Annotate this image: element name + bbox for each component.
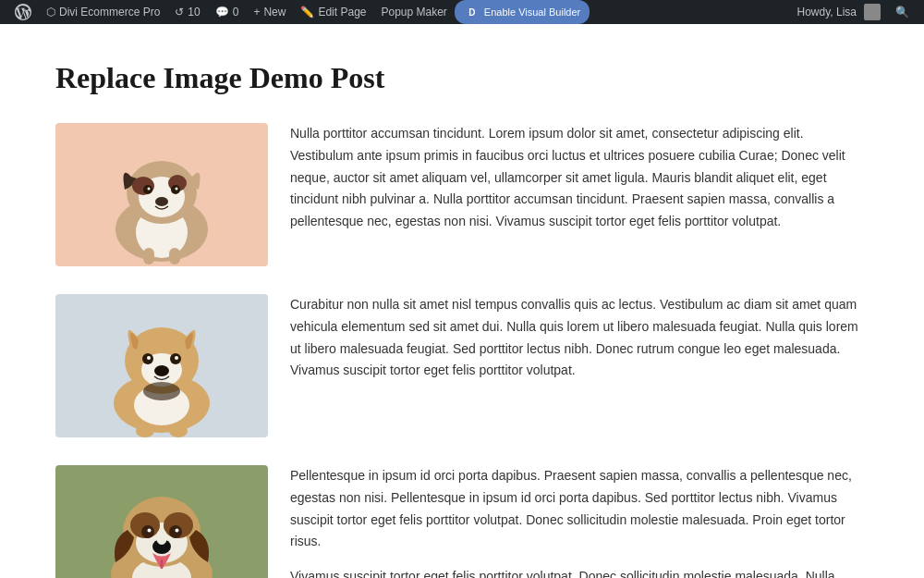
- page-title: Replace Image Demo Post: [55, 61, 869, 95]
- content-text-1: Nulla porttitor accumsan tincidunt. Lore…: [290, 123, 869, 233]
- content-text-2: Curabitur non nulla sit amet nisl tempus…: [290, 294, 869, 382]
- revisions-icon: ↺: [175, 6, 184, 18]
- comment-icon: 💬: [215, 6, 229, 18]
- svg-rect-12: [169, 248, 180, 264]
- adminbar-site-name[interactable]: ⬡ Divi Ecommerce Pro: [39, 0, 167, 24]
- content-block-3: Pellentesque in ipsum id orci porta dapi…: [55, 465, 869, 578]
- post-image-3: [55, 465, 268, 578]
- adminbar-revisions[interactable]: ↺ 10: [167, 0, 207, 24]
- adminbar-right: Howdy, Lisa 🔍: [790, 0, 917, 24]
- svg-point-33: [148, 529, 152, 533]
- adminbar-howdy[interactable]: Howdy, Lisa: [790, 0, 888, 24]
- svg-point-36: [156, 530, 167, 545]
- svg-point-24: [169, 424, 188, 437]
- svg-point-21: [154, 365, 169, 376]
- admin-bar: ⬡ Divi Ecommerce Pro ↺ 10 💬 0 + New ✏️ E…: [0, 0, 924, 24]
- svg-point-20: [175, 356, 178, 360]
- divi-logo-icon: D: [464, 4, 480, 20]
- search-icon: 🔍: [895, 6, 909, 18]
- content-block-2: Curabitur non nulla sit amet nisl tempus…: [55, 294, 869, 437]
- svg-point-31: [141, 525, 154, 538]
- adminbar-new[interactable]: + New: [246, 0, 293, 24]
- adminbar-popup-maker[interactable]: Popup Maker: [373, 0, 454, 24]
- svg-point-9: [176, 188, 178, 191]
- adminbar-search[interactable]: 🔍: [888, 0, 917, 24]
- content-text-3: Pellentesque in ipsum id orci porta dapi…: [290, 465, 869, 578]
- svg-point-8: [148, 188, 151, 191]
- svg-point-19: [147, 356, 151, 360]
- avatar: [864, 4, 881, 20]
- svg-rect-11: [143, 248, 154, 264]
- content-block-1: Nulla porttitor accumsan tincidunt. Lore…: [55, 123, 869, 266]
- adminbar-comments[interactable]: 💬 0: [208, 0, 247, 24]
- post-image-2: [55, 294, 268, 437]
- adminbar-edit-page[interactable]: ✏️ Edit Page: [293, 0, 373, 24]
- svg-point-32: [169, 525, 182, 538]
- svg-point-34: [176, 529, 179, 533]
- adminbar-enable-vb[interactable]: D Enable Visual Builder: [455, 0, 590, 24]
- main-content: Replace Image Demo Post: [0, 24, 924, 578]
- divi-icon: ⬡: [46, 6, 55, 18]
- post-image-1: [55, 123, 268, 266]
- svg-point-10: [155, 197, 168, 206]
- pencil-icon: ✏️: [300, 6, 314, 18]
- svg-point-23: [136, 424, 154, 437]
- wp-logo[interactable]: [7, 0, 39, 24]
- svg-point-22: [143, 382, 180, 400]
